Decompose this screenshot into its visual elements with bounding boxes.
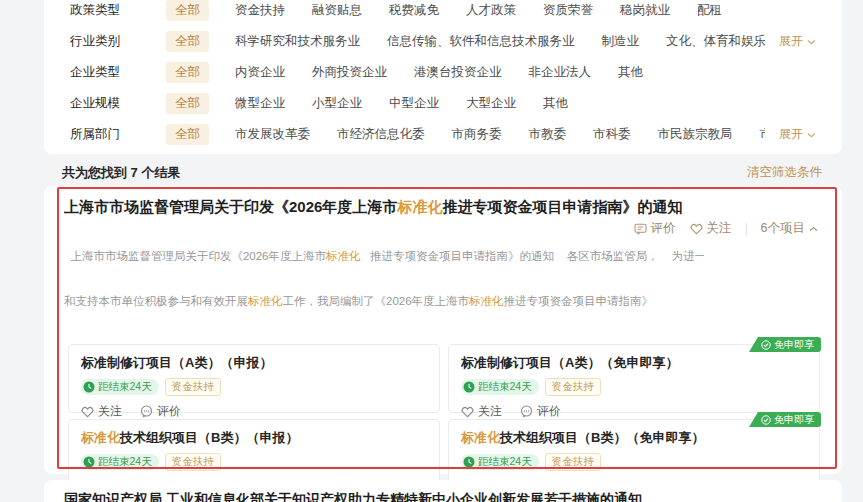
funding-tag: 资金扶持	[545, 453, 601, 471]
chevron-down-icon	[807, 39, 816, 45]
project-card[interactable]: 标准制修订项目（A类）（申报） 距结束24天 资金扶持 关注 评价	[68, 344, 440, 413]
expand-button[interactable]: 展开	[765, 126, 816, 143]
notice-description: 上海市市场监督管理局关于印发《2026年度上海市标准化 推进专项资金项目申请指南…	[64, 219, 704, 339]
filter-options: 资金扶持融资贴息税费减免人才政策资质荣誉稳岗就业配租	[235, 2, 722, 19]
follow-button[interactable]: 关注	[690, 220, 732, 237]
filter-option[interactable]: 市科委	[593, 126, 631, 143]
filter-row-enterprise-type: 企业类型 全部 内资企业外商投资企业港澳台投资企业非企业法人其他	[70, 57, 816, 88]
check-circle-icon	[761, 340, 771, 350]
heart-icon	[690, 223, 703, 235]
filter-option[interactable]: 大型企业	[466, 95, 516, 112]
evaluate-button[interactable]: 评价	[634, 220, 676, 237]
filter-option[interactable]: 其他	[543, 95, 568, 112]
filter-row-department: 所属部门 全部 市发展改革委市经济信息化委市商务委市教委市科委市民族宗教局市公安…	[70, 119, 816, 150]
notice-title[interactable]: 上海市市场监督管理局关于印发《2026年度上海市标准化推进专项资金项目申请指南》…	[64, 198, 826, 216]
funding-tag: 资金扶持	[545, 378, 601, 396]
filter-option[interactable]: 配租	[697, 2, 722, 19]
comment-icon	[140, 405, 153, 418]
filter-option[interactable]: 外商投资企业	[312, 64, 387, 81]
filter-option[interactable]: 中型企业	[389, 95, 439, 112]
filter-option[interactable]: 非企业法人	[529, 64, 592, 81]
filter-option[interactable]: 资质荣誉	[543, 2, 593, 19]
project-card[interactable]: 免申即享 标准化技术组织项目（B类）（免申即享） 距结束24天 资金扶持 关注 …	[448, 419, 820, 488]
filter-option[interactable]: 文化、体育和娱乐业	[666, 33, 765, 50]
funding-tag: 资金扶持	[165, 453, 221, 471]
filter-label: 企业类型	[70, 64, 132, 81]
deadline-tag: 距结束24天	[81, 379, 159, 395]
filter-options: 内资企业外商投资企业港澳台投资企业非企业法人其他	[235, 64, 643, 81]
tag-row: 距结束24天 资金扶持	[461, 378, 807, 396]
filter-option[interactable]: 资金扶持	[235, 2, 285, 19]
result-count: 共为您找到 7 个结果	[62, 164, 180, 182]
heart-icon	[81, 406, 94, 418]
clock-icon	[463, 381, 475, 393]
filter-option[interactable]: 人才政策	[466, 2, 516, 19]
filter-option[interactable]: 小型企业	[312, 95, 362, 112]
projects-count-label: 6个项目	[761, 220, 805, 237]
filter-option[interactable]: 市商务委	[452, 126, 502, 143]
filter-option[interactable]: 港澳台投资企业	[414, 64, 502, 81]
filter-option[interactable]: 市经济信息化委	[337, 126, 425, 143]
divider	[746, 223, 747, 235]
filter-option[interactable]: 其他	[618, 64, 643, 81]
filter-all-pill[interactable]: 全部	[166, 124, 209, 145]
filter-label: 企业规模	[70, 95, 132, 112]
clock-icon	[463, 456, 475, 468]
filter-option[interactable]: 科学研究和技术服务业	[235, 33, 360, 50]
filter-option[interactable]: 税费减免	[389, 2, 439, 19]
filter-all-pill[interactable]: 全部	[166, 62, 209, 83]
comment-icon	[634, 223, 647, 235]
filter-row-enterprise-size: 企业规模 全部 微型企业小型企业中型企业大型企业其他	[70, 88, 816, 119]
filter-options: 科学研究和技术服务业信息传输、软件和信息技术服务业制造业文化、体育和娱乐业农、林…	[235, 33, 765, 50]
next-notice-title[interactable]: 国家知识产权局 工业和信息化部关于知识产权助力专精特新中小企业创新发展若干措施的…	[64, 491, 822, 502]
filter-all-pill[interactable]: 全部	[166, 31, 209, 52]
deadline-tag: 距结束24天	[461, 379, 539, 395]
expand-button[interactable]: 展开	[765, 33, 816, 50]
evaluate-button[interactable]: 评价	[520, 403, 561, 420]
filter-option[interactable]: 稳岗就业	[620, 2, 670, 19]
project-grid: 标准制修订项目（A类）（申报） 距结束24天 资金扶持 关注 评价 免申即享 标…	[64, 344, 826, 502]
evaluate-button[interactable]: 评价	[140, 403, 181, 420]
comment-icon	[520, 405, 533, 418]
expand-label: 展开	[779, 126, 803, 143]
filter-option[interactable]: 内资企业	[235, 64, 285, 81]
check-circle-icon	[761, 415, 771, 425]
notice-title-text: 推进专项资金项目申请指南》的通知	[442, 198, 682, 215]
filter-option[interactable]: 市教委	[529, 126, 567, 143]
filter-panel: 政策类型 全部 资金扶持融资贴息税费减免人才政策资质荣誉稳岗就业配租 行业类别 …	[44, 0, 842, 154]
filter-option[interactable]: 市发展改革委	[235, 126, 310, 143]
notice-desc-line2: 和支持本市单位积极参与和有效开展标准化工作，我局编制了《2026年度上海市标准化…	[64, 294, 704, 309]
no-application-badge: 免申即享	[749, 412, 821, 427]
filter-option[interactable]: 信息传输、软件和信息技术服务业	[387, 33, 575, 50]
chevron-up-icon	[809, 226, 818, 232]
card-footer: 关注 评价	[81, 403, 427, 420]
filter-option[interactable]: 市民族宗教局	[658, 126, 733, 143]
tag-row: 距结束24天 资金扶持	[81, 453, 427, 471]
filter-option[interactable]: 制造业	[602, 33, 640, 50]
follow-button[interactable]: 关注	[81, 403, 122, 420]
filter-all-pill[interactable]: 全部	[166, 0, 209, 21]
project-card[interactable]: 标准化技术组织项目（B类）（申报） 距结束24天 资金扶持 关注 评价	[68, 419, 440, 488]
filter-options: 市发展改革委市经济信息化委市商务委市教委市科委市民族宗教局市公安局市民政局市司法…	[235, 126, 765, 143]
no-application-badge: 免申即享	[749, 337, 821, 352]
evaluate-label: 评价	[651, 220, 676, 237]
filter-option[interactable]: 微型企业	[235, 95, 285, 112]
notice-title-highlight: 标准化	[397, 198, 442, 215]
follow-button[interactable]: 关注	[461, 403, 502, 420]
filter-option[interactable]: 融资贴息	[312, 2, 362, 19]
chevron-down-icon	[807, 132, 816, 138]
clock-icon	[83, 456, 95, 468]
project-card[interactable]: 免申即享 标准制修订项目（A类）（免申即享） 距结束24天 资金扶持 关注 评价	[448, 344, 820, 413]
clear-filters-button[interactable]: 清空筛选条件	[747, 164, 822, 181]
project-title: 标准制修订项目（A类）（免申即享）	[461, 354, 807, 372]
filter-all-pill[interactable]: 全部	[166, 93, 209, 114]
filter-options: 微型企业小型企业中型企业大型企业其他	[235, 95, 568, 112]
filter-label: 政策类型	[70, 2, 132, 19]
projects-toggle[interactable]: 6个项目	[761, 220, 818, 237]
next-notice-card: 国家知识产权局 工业和信息化部关于知识产权助力专精特新中小企业创新发展若干措施的…	[44, 480, 842, 502]
tag-row: 距结束24天 资金扶持	[81, 378, 427, 396]
tag-row: 距结束24天 资金扶持	[461, 453, 807, 471]
project-title: 标准化技术组织项目（B类）（免申即享）	[461, 429, 807, 447]
notice-title-text: 上海市市场监督管理局关于印发《2026年度上海市	[64, 198, 397, 215]
notice-desc-line1: 上海市市场监督管理局关于印发《2026年度上海市标准化 推进专项资金项目申请指南…	[64, 249, 704, 264]
